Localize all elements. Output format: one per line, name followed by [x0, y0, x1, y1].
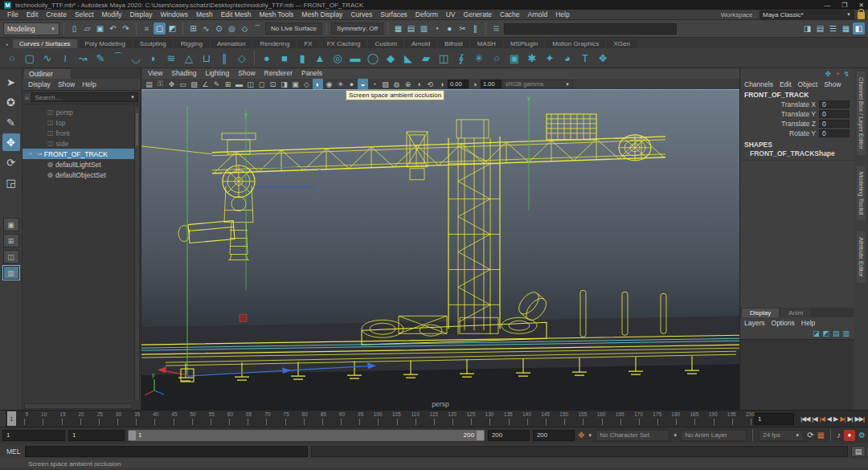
- tab-channel-box-layer-editor[interactable]: Channel Box / Layer Editor: [857, 72, 866, 155]
- outliner-hscrollbar[interactable]: [24, 403, 133, 409]
- shape-node-name[interactable]: FRONT_OF_TRACKShape: [740, 149, 854, 157]
- playback-range-bar[interactable]: 1 200: [128, 430, 485, 441]
- lasso-tool[interactable]: ✪: [2, 93, 20, 111]
- menu-item[interactable]: Cache: [496, 10, 524, 18]
- go-to-start-button[interactable]: |◀◀: [800, 415, 809, 423]
- layer-list[interactable]: [740, 339, 854, 410]
- outliner-item[interactable]: ◫ top: [23, 117, 134, 128]
- chevron-down-icon[interactable]: ▼: [673, 433, 678, 438]
- attribute-value-field[interactable]: 0: [819, 110, 850, 118]
- joints-xray-icon[interactable]: ⟲: [425, 79, 436, 89]
- shelf-tab[interactable]: MASH: [471, 39, 502, 48]
- safe-title-icon[interactable]: ▣: [290, 79, 301, 89]
- viewport-menu-item[interactable]: Panels: [301, 69, 322, 77]
- step-back-frame-button[interactable]: |◀: [812, 415, 817, 423]
- fps-select[interactable]: 24 fps▼: [759, 430, 804, 441]
- ep-curve-icon[interactable]: ≀: [57, 50, 73, 66]
- command-input[interactable]: [25, 446, 308, 457]
- menu-item[interactable]: Create: [42, 10, 71, 18]
- expand-toggle[interactable]: +: [27, 151, 34, 157]
- shelf-tab[interactable]: FX: [297, 39, 318, 48]
- outliner-menu-item[interactable]: Help: [82, 80, 96, 88]
- workspace-select[interactable]: Maya Classic*▼: [760, 10, 854, 19]
- nurbs-circle-icon[interactable]: ○: [4, 50, 20, 66]
- menu-set-select[interactable]: Modeling▼: [3, 22, 59, 35]
- channel-box-menu-item[interactable]: Channels: [744, 80, 773, 88]
- snap-curve-icon[interactable]: ∿: [200, 22, 212, 35]
- menu-item[interactable]: Help: [551, 10, 573, 18]
- viewport-menu-item[interactable]: View: [148, 69, 162, 77]
- single-pane-layout-button[interactable]: ▣: [3, 218, 19, 231]
- time-slider-grip[interactable]: [0, 411, 6, 427]
- search-input[interactable]: Search...▼: [31, 92, 138, 102]
- poly-soccer-ball-icon[interactable]: ○: [489, 50, 505, 66]
- quick-input-field[interactable]: [504, 23, 677, 35]
- menu-item[interactable]: Curves: [346, 10, 376, 18]
- shelf-tab[interactable]: Bifrost: [438, 39, 469, 48]
- menu-item[interactable]: Edit Mesh: [217, 10, 256, 18]
- sculpt-tool-icon[interactable]: ◕: [559, 50, 575, 66]
- shelf-tab[interactable]: FX Caching: [321, 39, 367, 48]
- step-forward-key-button[interactable]: ▶|: [840, 415, 845, 423]
- range-start-handle[interactable]: [129, 431, 136, 440]
- outliner-item[interactable]: ◍ defaultLightSet: [23, 159, 134, 170]
- attribute-value-field[interactable]: 0: [819, 100, 850, 108]
- make-live-icon[interactable]: ⌒: [252, 22, 264, 35]
- launch-arnold-icon[interactable]: ●: [444, 22, 456, 35]
- screen-space-ao-icon[interactable]: ◒: [358, 79, 368, 89]
- poly-cube-icon[interactable]: ■: [276, 50, 293, 66]
- film-gate-icon[interactable]: ▬: [234, 79, 244, 89]
- script-editor-button[interactable]: ▤: [851, 446, 866, 457]
- menu-item[interactable]: Edit: [23, 10, 43, 18]
- revolve-icon[interactable]: ◗: [145, 50, 162, 66]
- rotate-tool[interactable]: ⟳: [2, 153, 20, 171]
- motion-blur-icon[interactable]: ◔: [369, 79, 379, 89]
- camera-attributes-icon[interactable]: ✥: [166, 79, 177, 89]
- poly-helix-icon[interactable]: ∮: [453, 50, 469, 66]
- outliner-item[interactable]: ◫ persp: [23, 107, 134, 117]
- ultra-shape-icon[interactable]: ✦: [542, 50, 558, 66]
- poly-prism-icon[interactable]: ▰: [418, 50, 434, 66]
- poly-sphere-icon[interactable]: ●: [259, 50, 275, 66]
- menu-item[interactable]: Mesh: [192, 10, 217, 18]
- save-scene-icon[interactable]: ▣: [94, 22, 106, 35]
- shelf-tab[interactable]: Motion Graphics: [546, 39, 605, 48]
- isolate-select-icon[interactable]: ⊕: [403, 79, 413, 89]
- layer-menu-item[interactable]: Layers: [744, 319, 765, 327]
- cv-curve-icon[interactable]: ∿: [39, 50, 55, 66]
- outliner-item[interactable]: ◫ front: [23, 128, 134, 138]
- spherical-harmonics-icon[interactable]: ✱: [524, 50, 540, 66]
- type-tool-icon[interactable]: T: [577, 50, 593, 66]
- step-back-key-button[interactable]: |◀: [820, 415, 825, 423]
- shelf-tab[interactable]: Rigging: [174, 39, 209, 48]
- scale-tool[interactable]: ◲: [2, 174, 20, 191]
- menu-item[interactable]: Modify: [98, 10, 126, 18]
- pause-icon[interactable]: ∥: [469, 22, 481, 35]
- planar-icon[interactable]: △: [181, 50, 197, 66]
- menu-item[interactable]: Mesh Tools: [256, 10, 298, 18]
- menu-item[interactable]: Deform: [411, 10, 442, 18]
- modeling-toolkit-toggle-icon[interactable]: ◧: [853, 22, 865, 35]
- playback-end-field[interactable]: 200: [488, 430, 530, 441]
- attribute-value-field[interactable]: 0: [819, 120, 850, 128]
- birail-icon[interactable]: ∥: [216, 50, 232, 66]
- select-tool[interactable]: ➤: [2, 73, 20, 91]
- workspace-lock-icon[interactable]: [858, 12, 865, 19]
- lock-camera-icon[interactable]: ⚿: [155, 79, 166, 89]
- gate-mask-icon[interactable]: ◻: [256, 79, 267, 89]
- exposure-icon[interactable]: ◑: [436, 79, 447, 89]
- shelf-tab[interactable]: Curves / Surfaces: [13, 39, 77, 48]
- viewport-menu-item[interactable]: Renderer: [264, 69, 293, 77]
- attribute-editor-toggle-icon[interactable]: ◨: [801, 22, 813, 35]
- select-hierarchy-icon[interactable]: ⌗: [141, 22, 153, 35]
- outliner-item[interactable]: ◫ side: [23, 138, 134, 149]
- poly-gear-icon[interactable]: ✳: [471, 50, 487, 66]
- paint-select-tool[interactable]: ✎: [2, 113, 20, 131]
- grid-icon[interactable]: ⊞: [223, 79, 233, 89]
- super-ellipse-icon[interactable]: ▣: [506, 50, 522, 66]
- menu-item[interactable]: Windows: [156, 10, 191, 18]
- menu-item[interactable]: Surfaces: [376, 10, 411, 18]
- playback-loop-icon[interactable]: ⟳: [807, 431, 813, 439]
- safe-action-icon[interactable]: ◨: [279, 79, 289, 89]
- two-point-arc-icon[interactable]: ◡: [128, 50, 144, 66]
